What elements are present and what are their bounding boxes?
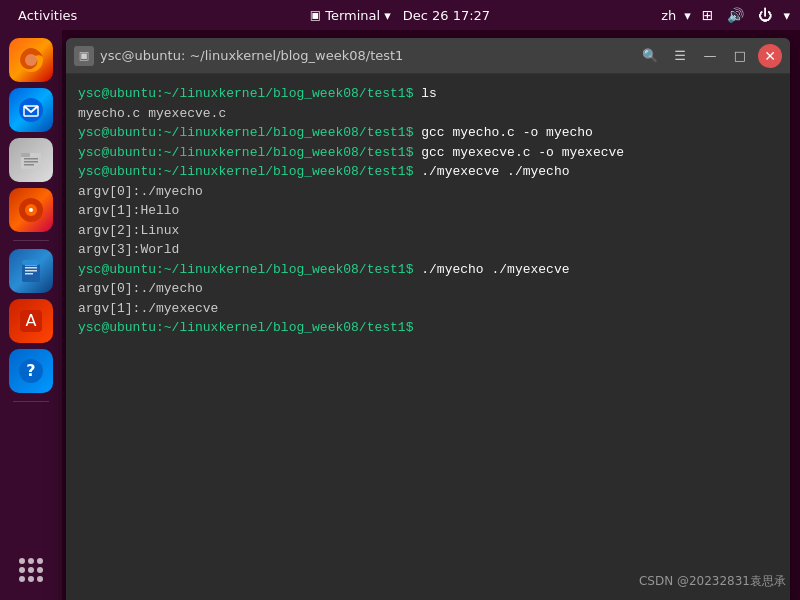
svg-rect-5: [21, 153, 30, 157]
svg-point-1: [25, 54, 37, 66]
terminal-line: argv[0]:./myecho: [78, 182, 778, 202]
dock-show-apps[interactable]: [9, 548, 53, 592]
svg-rect-6: [24, 158, 38, 160]
terminal-line: ysc@ubuntu:~/linuxkernel/blog_week08/tes…: [78, 123, 778, 143]
dock-separator-2: [13, 401, 49, 402]
language-indicator[interactable]: zh: [661, 8, 676, 23]
terminal-line: ysc@ubuntu:~/linuxkernel/blog_week08/tes…: [78, 143, 778, 163]
dock-appstore[interactable]: A: [9, 299, 53, 343]
datetime-display: Dec 26 17:27: [403, 8, 490, 23]
terminal-line: argv[2]:Linux: [78, 221, 778, 241]
svg-point-2: [19, 98, 43, 122]
terminal-content[interactable]: ysc@ubuntu:~/linuxkernel/blog_week08/tes…: [66, 74, 790, 600]
titlebar-left: ▣ ysc@ubuntu: ~/linuxkernel/blog_week08/…: [74, 46, 403, 66]
command-text: ./myecho ./myexecve: [421, 262, 569, 277]
dock-writer[interactable]: [9, 249, 53, 293]
topbar: Activities ▣ Terminal ▾ Dec 26 17:27 zh …: [0, 0, 800, 30]
command-text: ls: [421, 86, 437, 101]
dock-rhythmbox[interactable]: [9, 188, 53, 232]
terminal-title: ysc@ubuntu: ~/linuxkernel/blog_week08/te…: [100, 48, 403, 63]
power-icon[interactable]: ⏻: [755, 7, 775, 23]
svg-rect-7: [24, 161, 38, 163]
lang-arrow: ▾: [684, 8, 691, 23]
dock-files[interactable]: [9, 138, 53, 182]
svg-rect-14: [25, 267, 37, 269]
dock-help[interactable]: ?: [9, 349, 53, 393]
terminal-titlebar: ▣ ysc@ubuntu: ~/linuxkernel/blog_week08/…: [66, 38, 790, 74]
dock: A ?: [0, 30, 62, 600]
command-text: ./myexecve ./myecho: [421, 164, 569, 179]
prompt-text: ysc@ubuntu:~/linuxkernel/blog_week08/tes…: [78, 164, 421, 179]
svg-text:A: A: [26, 311, 37, 330]
terminal-app-icon: ▣: [74, 46, 94, 66]
terminal-menu-btn[interactable]: ☰: [668, 44, 692, 68]
dock-thunderbird[interactable]: [9, 88, 53, 132]
topbar-right: zh ▾ ⊞ 🔊 ⏻ ▾: [661, 7, 800, 23]
titlebar-controls: 🔍 ☰ — □ ✕: [638, 44, 782, 68]
activities-button[interactable]: Activities: [10, 6, 85, 25]
topbar-left: Activities: [0, 6, 85, 25]
command-text: gcc myecho.c -o myecho: [421, 125, 593, 140]
command-text: gcc myexecve.c -o myexecve: [421, 145, 624, 160]
terminal-maximize-button[interactable]: □: [728, 44, 752, 68]
prompt-text: ysc@ubuntu:~/linuxkernel/blog_week08/tes…: [78, 86, 421, 101]
terminal-minimize-button[interactable]: —: [698, 44, 722, 68]
terminal-line: ysc@ubuntu:~/linuxkernel/blog_week08/tes…: [78, 84, 778, 104]
terminal-line: argv[1]:./myexecve: [78, 299, 778, 319]
terminal-icon: ▣: [310, 8, 321, 22]
prompt-text: ysc@ubuntu:~/linuxkernel/blog_week08/tes…: [78, 125, 421, 140]
svg-rect-15: [25, 270, 37, 272]
terminal-line: ysc@ubuntu:~/linuxkernel/blog_week08/tes…: [78, 162, 778, 182]
main-area: A ? ▣ ysc@ubuntu: ~/linuxkernel/blog_wee…: [0, 30, 800, 600]
terminal-close-button[interactable]: ✕: [758, 44, 782, 68]
volume-icon[interactable]: 🔊: [724, 7, 747, 23]
terminal-menu-arrow: ▾: [384, 8, 391, 23]
dock-separator: [13, 240, 49, 241]
terminal-line: myecho.c myexecve.c: [78, 104, 778, 124]
svg-rect-16: [25, 273, 33, 275]
svg-rect-17: [22, 260, 40, 265]
dock-firefox[interactable]: [9, 38, 53, 82]
grid-dots-icon: [19, 558, 43, 582]
terminal-line: argv[1]:Hello: [78, 201, 778, 221]
power-arrow: ▾: [783, 8, 790, 23]
terminal-search-button[interactable]: 🔍: [638, 44, 662, 68]
terminal-line: argv[3]:World: [78, 240, 778, 260]
svg-text:?: ?: [26, 361, 35, 380]
prompt-text: ysc@ubuntu:~/linuxkernel/blog_week08/tes…: [78, 145, 421, 160]
terminal-menu-label: Terminal: [325, 8, 380, 23]
prompt-text: ysc@ubuntu:~/linuxkernel/blog_week08/tes…: [78, 262, 421, 277]
terminal-menu-button[interactable]: ▣ Terminal ▾: [310, 8, 391, 23]
terminal-line: argv[0]:./myecho: [78, 279, 778, 299]
terminal-window: ▣ ysc@ubuntu: ~/linuxkernel/blog_week08/…: [66, 38, 790, 600]
network-icon[interactable]: ⊞: [699, 7, 717, 23]
terminal-line: ysc@ubuntu:~/linuxkernel/blog_week08/tes…: [78, 318, 778, 338]
terminal-line: ysc@ubuntu:~/linuxkernel/blog_week08/tes…: [78, 260, 778, 280]
svg-point-11: [29, 208, 33, 212]
topbar-center: ▣ Terminal ▾ Dec 26 17:27: [310, 8, 490, 23]
svg-rect-8: [24, 164, 34, 166]
